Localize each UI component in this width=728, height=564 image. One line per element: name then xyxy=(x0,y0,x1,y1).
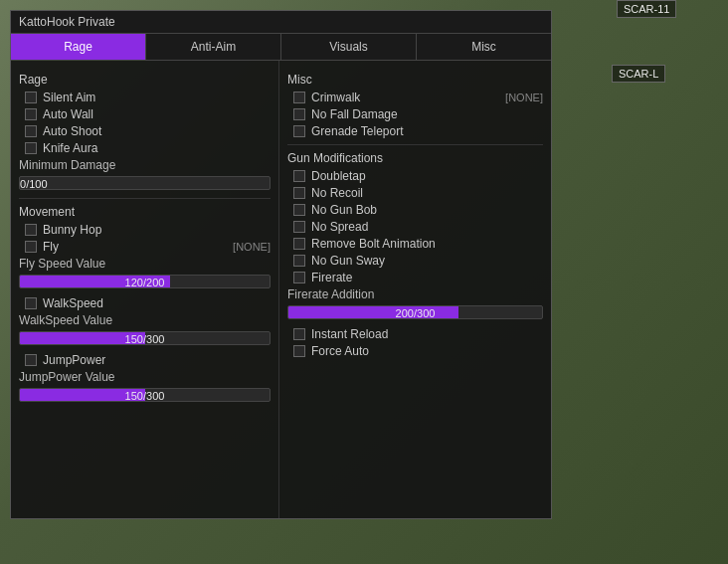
jumppower-checkbox[interactable] xyxy=(25,354,37,366)
no-fall-damage-checkbox[interactable] xyxy=(293,108,305,120)
crimwalk-badge: [NONE] xyxy=(505,92,543,103)
list-item: Grenade Teleport xyxy=(287,124,543,138)
bg-label-scar-l: SCAR-L xyxy=(612,65,665,83)
remove-bolt-animation-label: Remove Bolt Animation xyxy=(311,237,436,251)
silent-aim-label: Silent Aim xyxy=(43,91,95,104)
force-auto-label: Force Auto xyxy=(311,344,369,358)
min-damage-track[interactable]: 0/100 xyxy=(19,176,271,190)
firerate-addition-label: Firerate Addition xyxy=(287,287,543,301)
walkspeed-label: WalkSpeed xyxy=(43,296,103,310)
fly-speed-slider[interactable]: 120/200 xyxy=(19,275,271,288)
list-item: Knife Aura xyxy=(19,141,271,155)
list-item: Remove Bolt Animation xyxy=(287,237,543,251)
crimwalk-label: Crimwalk xyxy=(311,91,360,104)
left-column: Rage Silent Aim Auto Wall Auto Shoot Kni… xyxy=(11,61,279,518)
right-column: Misc Crimwalk [NONE] No Fall Damage Gren… xyxy=(279,61,551,518)
no-gun-sway-label: No Gun Sway xyxy=(311,254,385,268)
no-recoil-checkbox[interactable] xyxy=(293,187,305,199)
jumppower-track[interactable]: 150/300 xyxy=(19,388,271,402)
list-item: No Spread xyxy=(287,220,543,234)
no-gun-bob-checkbox[interactable] xyxy=(293,204,305,216)
list-item: Doubletap xyxy=(287,169,543,183)
knife-aura-checkbox[interactable] xyxy=(25,142,37,154)
list-item: No Recoil xyxy=(287,186,543,200)
section-misc-header: Misc xyxy=(287,73,543,87)
list-item: Fly [NONE] xyxy=(19,240,271,254)
no-fall-damage-label: No Fall Damage xyxy=(311,107,398,121)
section-gun-mods-header: Gun Modifications xyxy=(287,151,543,165)
tab-anti-aim[interactable]: Anti-Aim xyxy=(146,34,281,60)
walkspeed-checkbox[interactable] xyxy=(25,297,37,309)
doubletap-checkbox[interactable] xyxy=(293,170,305,182)
auto-shoot-checkbox[interactable] xyxy=(25,125,37,137)
instant-reload-checkbox[interactable] xyxy=(293,328,305,340)
bunny-hop-checkbox[interactable] xyxy=(25,224,37,236)
crimwalk-checkbox[interactable] xyxy=(293,92,305,103)
tab-visuals[interactable]: Visuals xyxy=(281,34,417,60)
auto-shoot-label: Auto Shoot xyxy=(43,124,101,138)
min-damage-slider[interactable]: 0/100 xyxy=(19,176,271,190)
divider-2 xyxy=(287,144,543,145)
instant-reload-label: Instant Reload xyxy=(311,327,388,341)
firerate-fill xyxy=(288,306,458,318)
doubletap-label: Doubletap xyxy=(311,169,366,183)
list-item: Force Auto xyxy=(287,344,543,358)
force-auto-checkbox[interactable] xyxy=(293,345,305,357)
walkspeed-value-label: WalkSpeed Value xyxy=(19,313,271,327)
tab-bar: Rage Anti-Aim Visuals Misc xyxy=(11,34,551,61)
fly-checkbox[interactable] xyxy=(25,241,37,253)
firerate-slider[interactable]: 200/300 xyxy=(287,305,543,319)
list-item: Instant Reload xyxy=(287,327,543,341)
fly-speed-label: Fly Speed Value xyxy=(19,257,271,271)
jumppower-fill xyxy=(20,389,145,401)
walkspeed-track[interactable]: 150/300 xyxy=(19,331,271,345)
divider-1 xyxy=(19,198,271,199)
fly-badge: [NONE] xyxy=(233,241,271,253)
fly-speed-track[interactable]: 120/200 xyxy=(19,275,271,288)
list-item: No Gun Bob xyxy=(287,203,543,217)
no-gun-bob-label: No Gun Bob xyxy=(311,203,377,217)
silent-aim-checkbox[interactable] xyxy=(25,92,37,103)
min-damage-value: 0/100 xyxy=(20,178,48,190)
list-item: Crimwalk [NONE] xyxy=(287,91,543,104)
main-panel: KattoHook Private Rage Anti-Aim Visuals … xyxy=(10,10,552,519)
tab-rage[interactable]: Rage xyxy=(11,34,146,60)
no-spread-checkbox[interactable] xyxy=(293,221,305,233)
no-spread-label: No Spread xyxy=(311,220,368,234)
list-item: Silent Aim xyxy=(19,91,271,104)
content-area: Rage Silent Aim Auto Wall Auto Shoot Kni… xyxy=(11,61,551,518)
list-item: WalkSpeed xyxy=(19,296,271,310)
jumppower-slider[interactable]: 150/300 xyxy=(19,388,271,402)
grenade-teleport-checkbox[interactable] xyxy=(293,125,305,137)
jumppower-label: JumpPower xyxy=(43,353,105,367)
walkspeed-slider[interactable]: 150/300 xyxy=(19,331,271,345)
section-rage-header: Rage xyxy=(19,73,271,87)
no-recoil-label: No Recoil xyxy=(311,186,363,200)
list-item: JumpPower xyxy=(19,353,271,367)
auto-wall-checkbox[interactable] xyxy=(25,108,37,120)
knife-aura-label: Knife Aura xyxy=(43,141,97,155)
grenade-teleport-label: Grenade Teleport xyxy=(311,124,404,138)
firerate-track[interactable]: 200/300 xyxy=(287,305,543,319)
window-title-text: KattoHook Private xyxy=(19,15,115,29)
list-item: Auto Shoot xyxy=(19,124,271,138)
firerate-checkbox[interactable] xyxy=(293,272,305,283)
fly-speed-fill xyxy=(20,276,170,287)
firerate-label: Firerate xyxy=(311,271,352,284)
walkspeed-fill xyxy=(20,332,145,344)
panel-title: KattoHook Private xyxy=(11,11,551,34)
bg-label-scar11: SCAR-11 xyxy=(617,0,676,18)
jumppower-value-label: JumpPower Value xyxy=(19,370,271,384)
section-movement-header: Movement xyxy=(19,205,271,219)
bunny-hop-label: Bunny Hop xyxy=(43,223,101,237)
list-item: Firerate xyxy=(287,271,543,284)
auto-wall-label: Auto Wall xyxy=(43,107,93,121)
list-item: Bunny Hop xyxy=(19,223,271,237)
fly-label: Fly xyxy=(43,240,59,254)
no-gun-sway-checkbox[interactable] xyxy=(293,255,305,267)
list-item: No Gun Sway xyxy=(287,254,543,268)
remove-bolt-animation-checkbox[interactable] xyxy=(293,238,305,250)
min-damage-label: Minimum Damage xyxy=(19,158,271,172)
list-item: No Fall Damage xyxy=(287,107,543,121)
tab-misc[interactable]: Misc xyxy=(417,34,551,60)
